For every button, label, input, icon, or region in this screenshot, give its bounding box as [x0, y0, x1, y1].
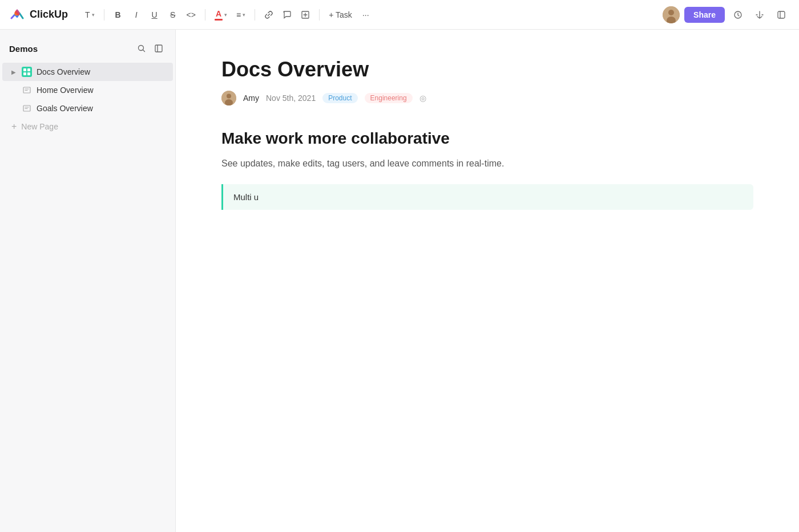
bold-button[interactable]: B: [110, 7, 126, 23]
sidebar-toggle-icon: [777, 10, 786, 19]
new-page-label: New Page: [21, 122, 58, 131]
toolbar-divider-3: [255, 9, 255, 21]
toolbar-divider-1: [104, 9, 104, 21]
callout-block: Multi u: [221, 184, 753, 210]
toolbar-divider-2: [205, 9, 205, 21]
svg-point-2: [668, 10, 674, 15]
tag-product[interactable]: Product: [322, 93, 357, 103]
expand-arrow-icon: ▶: [11, 69, 16, 75]
logo[interactable]: ClickUp: [9, 7, 68, 23]
color-a-icon: A: [215, 9, 223, 21]
new-page-plus-icon: +: [11, 121, 17, 132]
sidebar-layout-button[interactable]: [151, 41, 166, 56]
text-format-chevron: ▾: [92, 12, 95, 18]
docs-overview-icon: [22, 67, 32, 77]
sidebar-item-docs-overview[interactable]: ▶ Docs Overview: [2, 63, 173, 81]
svg-rect-5: [778, 11, 785, 18]
user-avatar[interactable]: [663, 6, 680, 23]
align-button[interactable]: ≡ ▾: [233, 7, 249, 23]
color-button[interactable]: A ▾: [211, 7, 231, 23]
goals-overview-icon: [22, 103, 32, 113]
italic-button[interactable]: I: [128, 7, 144, 23]
add-tag-icon[interactable]: ◎: [419, 94, 426, 103]
embed-icon: [301, 10, 310, 19]
author-name: Amy: [243, 94, 259, 103]
clickup-logo-icon: [9, 7, 25, 23]
svg-point-11: [227, 94, 231, 99]
sidebar-item-label: Home Overview: [37, 86, 164, 95]
history-button[interactable]: [729, 6, 746, 23]
sidebar-item-goals-overview[interactable]: ▶ Goals Overview: [2, 99, 173, 117]
more-button[interactable]: ···: [358, 7, 374, 23]
document-date: Nov 5th, 2021: [266, 94, 316, 103]
embed-button[interactable]: [297, 7, 313, 23]
strikethrough-button[interactable]: S: [165, 7, 181, 23]
document-heading: Make work more collaborative: [221, 128, 753, 149]
logo-text: ClickUp: [30, 9, 68, 21]
sidebar-item-home-overview[interactable]: ▶ Home Overview: [2, 81, 173, 99]
sidebar-item-label: Goals Overview: [37, 104, 164, 113]
search-icon: [138, 44, 146, 52]
document-subtitle: See updates, make edits, tag users, and …: [221, 156, 753, 171]
home-overview-icon: [22, 85, 32, 95]
link-icon: [264, 10, 273, 19]
new-page-item[interactable]: + New Page: [2, 117, 173, 136]
history-icon: [733, 10, 742, 19]
comment-button[interactable]: [279, 7, 295, 23]
author-avatar: [221, 91, 236, 105]
layout-icon: [155, 44, 163, 52]
svg-rect-7: [155, 45, 162, 52]
sidebar-toggle-button[interactable]: [773, 6, 790, 23]
document-content: Docs Overview Amy Nov 5th, 2021 Product …: [176, 30, 799, 532]
tag-engineering[interactable]: Engineering: [365, 93, 413, 103]
toolbar-divider-4: [319, 9, 320, 21]
text-format-button[interactable]: T ▾: [82, 7, 98, 23]
export-button[interactable]: [751, 6, 768, 23]
sidebar-title: Demos: [9, 44, 38, 54]
code-button[interactable]: <>: [183, 7, 199, 23]
add-task-button[interactable]: + Task: [325, 7, 356, 23]
sidebar: Demos ▶: [0, 30, 176, 532]
share-button[interactable]: Share: [684, 7, 725, 23]
main-toolbar: ClickUp T ▾ B I U S <> A ▾ ≡ ▾: [0, 0, 799, 30]
document-meta: Amy Nov 5th, 2021 Product Engineering ◎: [221, 91, 753, 105]
export-icon: [755, 10, 764, 19]
toolbar-right: Share: [663, 6, 790, 23]
sidebar-search-button[interactable]: [134, 41, 149, 56]
comment-icon: [283, 10, 292, 19]
link-button[interactable]: [261, 7, 277, 23]
sidebar-item-label: Docs Overview: [37, 67, 164, 76]
document-title: Docs Overview: [221, 57, 753, 82]
sidebar-header: Demos: [0, 36, 175, 60]
main-layout: Demos ▶: [0, 30, 799, 532]
sidebar-icons: [134, 41, 166, 56]
callout-text: Multi u: [233, 192, 259, 202]
underline-button[interactable]: U: [147, 7, 163, 23]
